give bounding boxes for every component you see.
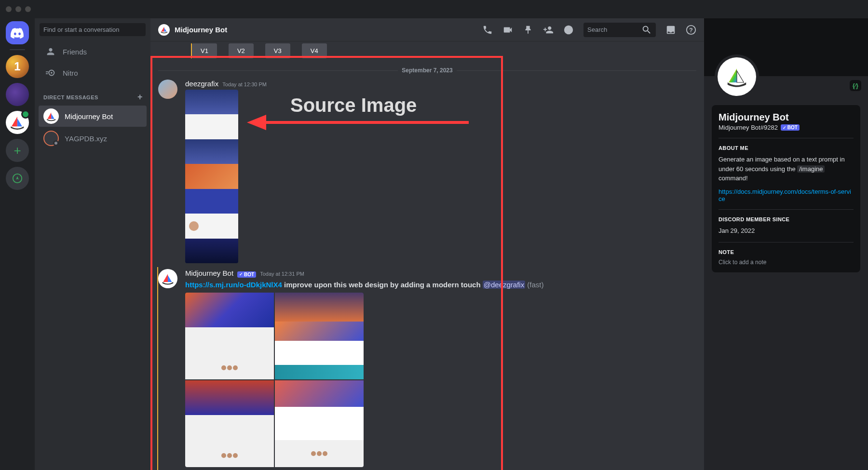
voice-badge-icon xyxy=(21,110,30,119)
add-friend-icon[interactable] xyxy=(543,25,554,35)
home-button[interactable] xyxy=(6,21,29,44)
search-icon xyxy=(641,25,652,35)
nitro-nav[interactable]: Nitro xyxy=(39,63,147,83)
nitro-icon xyxy=(45,67,56,78)
command-chip: /imagine xyxy=(797,165,825,173)
message-bot: Midjourney Bot BOT Today at 12:31 PM htt… xyxy=(157,267,696,470)
traffic-zoom[interactable] xyxy=(25,6,31,12)
friends-icon xyxy=(45,46,56,57)
dm-sidebar: Find or start a conversation Friends Nit… xyxy=(35,18,150,470)
dm-label: Midjourney Bot xyxy=(65,112,113,121)
message-link[interactable]: https://s.mj.run/o-dDkjkNlX4 xyxy=(185,281,282,289)
profile-icon[interactable] xyxy=(563,25,574,35)
header-avatar xyxy=(158,24,170,36)
svg-text:?: ? xyxy=(689,26,693,33)
friends-nav[interactable]: Friends xyxy=(39,41,147,62)
note-header: NOTE xyxy=(719,249,854,255)
v1-button[interactable]: V1 xyxy=(192,43,217,58)
server-item-1[interactable]: 1 xyxy=(6,55,29,78)
boat-icon xyxy=(725,65,748,88)
pin-icon[interactable] xyxy=(523,25,533,35)
server-rail: 1 + xyxy=(0,18,35,470)
server-label: 1 xyxy=(14,60,20,73)
status-dot-icon xyxy=(53,140,59,146)
message-suffix: (fast) xyxy=(525,281,543,289)
message-mention[interactable]: @deezgrafix xyxy=(483,281,525,289)
svg-point-2 xyxy=(51,72,53,74)
boat-icon xyxy=(161,272,175,285)
bot-badge: BOT xyxy=(781,124,800,131)
chat-messages[interactable]: V1 V2 V3 V4 Source Image September 7, 20… xyxy=(150,41,704,470)
date-divider: September 7, 2023 xyxy=(158,67,696,74)
chat-title: Midjourney Bot xyxy=(175,26,227,34)
message-timestamp: Today at 12:30 PM xyxy=(222,81,267,87)
search-placeholder: Search xyxy=(587,26,607,33)
boat-icon xyxy=(160,26,168,34)
member-since-header: DISCORD MEMBER SINCE xyxy=(719,216,854,222)
dm-item-yagpdb[interactable]: YAGPDB.xyz xyxy=(39,128,147,149)
discord-logo-icon xyxy=(11,26,24,40)
message-content: https://s.mj.run/o-dDkjkNlX4 improve upo… xyxy=(185,280,696,290)
message-search-input[interactable]: Search xyxy=(583,23,656,37)
dm-avatar xyxy=(43,131,59,146)
member-since-date: Jan 29, 2022 xyxy=(719,226,854,236)
message-user: deezgrafix Today at 12:30 PM xyxy=(158,78,696,267)
server-item-2[interactable] xyxy=(6,83,29,106)
user-avatar[interactable] xyxy=(158,80,177,99)
help-icon[interactable]: ? xyxy=(686,25,696,35)
profile-tag: Midjourney Bot#9282 xyxy=(719,124,778,131)
v3-button[interactable]: V3 xyxy=(265,43,290,58)
result-image-grid[interactable] xyxy=(185,293,364,467)
message-bold-text: improve upon this web design by adding a… xyxy=(282,281,481,289)
profile-panel: {∕} Midjourney Bot Midjourney Bot#9282 B… xyxy=(704,18,868,470)
about-text: Generate an image based on a text prompt… xyxy=(719,155,854,183)
variation-button-row: V1 V2 V3 V4 xyxy=(191,43,696,58)
window-titlebar xyxy=(0,0,868,18)
profile-display-name: Midjourney Bot xyxy=(719,112,854,123)
rail-divider xyxy=(10,49,25,50)
traffic-close[interactable] xyxy=(6,6,12,12)
call-icon[interactable] xyxy=(482,25,493,35)
chat-header: Midjourney Bot Search ? xyxy=(150,18,704,41)
server-item-3[interactable] xyxy=(6,111,29,134)
svg-point-3 xyxy=(564,25,573,34)
message-timestamp: Today at 12:31 PM xyxy=(260,271,304,277)
conversation-search-input[interactable]: Find or start a conversation xyxy=(40,23,146,36)
message-author[interactable]: deezgrafix xyxy=(185,80,218,88)
message-author[interactable]: Midjourney Bot xyxy=(185,269,233,277)
nav-label: Nitro xyxy=(63,69,78,77)
dm-header: DIRECT MESSAGES + xyxy=(35,83,150,105)
dm-label: YAGPDB.xyz xyxy=(65,134,107,143)
profile-badge[interactable]: {∕} xyxy=(850,80,861,91)
date-divider-label: September 7, 2023 xyxy=(398,67,456,74)
profile-card: Midjourney Bot Midjourney Bot#9282 BOT A… xyxy=(712,105,860,272)
compass-icon xyxy=(12,173,23,184)
v2-button[interactable]: V2 xyxy=(229,43,254,58)
explore-button[interactable] xyxy=(6,167,29,190)
bot-badge: BOT xyxy=(237,271,256,278)
boat-icon xyxy=(46,111,56,121)
note-input[interactable]: Click to add a note xyxy=(719,259,854,266)
dm-item-midjourney[interactable]: Midjourney Bot xyxy=(39,106,147,127)
dm-avatar xyxy=(43,108,59,124)
chat-main: Midjourney Bot Search ? V1 V2 V3 xyxy=(150,18,704,470)
nav-label: Friends xyxy=(63,48,87,56)
inbox-icon[interactable] xyxy=(665,25,676,35)
profile-avatar[interactable] xyxy=(715,54,759,99)
video-icon[interactable] xyxy=(502,25,513,35)
add-server-button[interactable]: + xyxy=(6,139,29,162)
v4-button[interactable]: V4 xyxy=(302,43,327,58)
create-dm-button[interactable]: + xyxy=(137,92,143,102)
bot-avatar[interactable] xyxy=(158,269,177,288)
attachment-image[interactable] xyxy=(185,90,238,263)
traffic-minimize[interactable] xyxy=(15,6,21,12)
dm-header-label: DIRECT MESSAGES xyxy=(43,94,98,100)
about-header: ABOUT ME xyxy=(719,145,854,151)
profile-link[interactable]: https://docs.midjourney.com/docs/terms-o… xyxy=(719,188,854,202)
